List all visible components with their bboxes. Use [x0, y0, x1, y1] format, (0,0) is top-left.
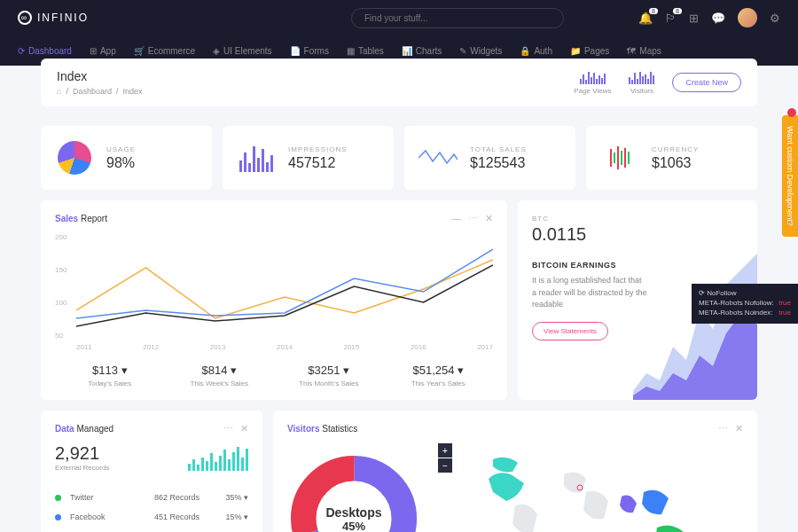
sparkline-pageviews: Page Views [574, 70, 611, 95]
avatar[interactable] [738, 8, 757, 27]
nav-widgets[interactable]: ✎Widgets [459, 46, 502, 56]
create-new-button[interactable]: Create New [672, 73, 741, 92]
nav-icon: 🛒 [134, 46, 145, 56]
breadcrumb-item[interactable]: Dashboard [73, 87, 112, 96]
nav-icon: ⟳ [18, 46, 25, 56]
page-header: Index ⌂ / Dashboard / Index Page Views V… [41, 59, 757, 106]
sales-summary-item: $113 ▾Today's Sales [55, 364, 165, 387]
btc-area-chart [633, 249, 757, 400]
sales-summary-item: $814 ▾This Week's Sales [165, 364, 275, 387]
zoom-out-button[interactable]: − [438, 458, 452, 473]
topbar-actions: 🔔8 🏳8 ⊞ 💬 ⚙ [638, 8, 780, 27]
close-icon[interactable]: ✕ [240, 423, 248, 434]
data-managed-card: Data Managed ⋯✕ 2,921 External Records T… [41, 411, 262, 532]
page-title: Index [57, 69, 143, 83]
sales-summary-item: $3251 ▾This Month's Sales [274, 364, 384, 387]
grid-icon[interactable]: ⊞ [689, 12, 699, 25]
donut-chart: Desktops45% [287, 452, 420, 532]
custom-dev-badge[interactable]: Want custom Development? [782, 115, 798, 237]
line-icon [419, 138, 458, 177]
stat-impressions: IMPRESSIONS457512 [223, 126, 394, 190]
visitors-card: Visitors Statistics ⋯✕ Desktops45% +− [273, 411, 757, 532]
debug-panel: ⟳ NoFollow META-Robots Nofollow:true MET… [692, 284, 798, 324]
nav-charts[interactable]: 📊Charts [402, 46, 442, 56]
mini-bars [188, 446, 248, 471]
pie-icon [58, 141, 91, 175]
search-input[interactable] [351, 8, 564, 28]
more-icon[interactable]: ⋯ [468, 213, 478, 224]
minimize-icon[interactable]: — [451, 213, 461, 224]
data-row: Mailchimp502 Records20% ▾ [55, 527, 248, 532]
sales-report-card: Sales Report —⋯✕ 20015010050 20112012201… [41, 200, 507, 400]
nav-forms[interactable]: 📄Forms [290, 46, 329, 56]
nav-pages[interactable]: 📁Pages [570, 46, 609, 56]
close-icon[interactable]: ✕ [485, 213, 493, 224]
sparkline-visitors: Visitors [629, 70, 654, 95]
stat-totalsales: TOTAL SALES$125543 [404, 126, 575, 190]
candle-icon [610, 144, 630, 172]
view-statements-button[interactable]: View Statements [532, 322, 608, 340]
search-container [351, 8, 564, 28]
nav-icon: 🔒 [520, 46, 530, 56]
nav-icon: 📄 [290, 46, 301, 56]
nav-ui-elements[interactable]: ◈UI Elements [213, 46, 271, 56]
nav-auth[interactable]: 🔒Auth [520, 46, 552, 56]
home-icon[interactable]: ⌂ [57, 87, 61, 96]
nav-icon: 🗺 [627, 46, 636, 56]
topbar: ∞ INFINIO 🔔8 🏳8 ⊞ 💬 ⚙ [0, 0, 798, 35]
chat-icon[interactable]: 💬 [711, 12, 725, 25]
stat-usage: USAGE98% [41, 126, 212, 190]
nav-maps[interactable]: 🗺Maps [627, 46, 661, 56]
breadcrumb: ⌂ / Dashboard / Index [57, 87, 143, 96]
flag-icon[interactable]: 🏳8 [665, 12, 677, 25]
nav-icon: 📁 [570, 46, 581, 56]
notification-icon[interactable]: 🔔8 [638, 12, 653, 25]
nav-app[interactable]: ⊞App [90, 46, 116, 56]
nav-ecommerce[interactable]: 🛒Ecommerce [134, 46, 195, 56]
brand-logo[interactable]: ∞ INFINIO [18, 11, 89, 25]
data-row: Twitter862 Records35% ▾ [55, 488, 248, 507]
bar-icon [239, 144, 273, 172]
logo-icon: ∞ [18, 11, 32, 25]
breadcrumb-item: Index [123, 87, 143, 96]
stat-currency: CURRENCY$1063 [586, 126, 757, 190]
nav-icon: ◈ [213, 46, 220, 56]
nav-icon: ▦ [347, 46, 355, 56]
sales-chart: 20015010050 [76, 233, 493, 340]
brand-name: INFINIO [37, 12, 89, 24]
stats-row: USAGE98% IMPRESSIONS457512 TOTAL SALES$1… [41, 126, 757, 190]
more-icon[interactable]: ⋯ [718, 423, 728, 434]
settings-icon[interactable]: ⚙ [770, 12, 780, 25]
nav-icon: ✎ [459, 46, 466, 56]
more-icon[interactable]: ⋯ [223, 423, 233, 434]
sales-summary-item: $51,254 ▾This Year's Sales [384, 364, 494, 387]
close-icon[interactable]: ✕ [735, 423, 743, 434]
world-map[interactable]: +− [438, 443, 743, 532]
data-row: Facebook451 Records15% ▾ [55, 507, 248, 527]
nav-icon: 📊 [402, 46, 412, 56]
nav-icon: ⊞ [90, 46, 97, 56]
zoom-in-button[interactable]: + [438, 443, 452, 458]
nav-dashboard[interactable]: ⟳Dashboard [18, 46, 72, 56]
card-title: Sales Report [55, 214, 107, 223]
nav-tables[interactable]: ▦Tables [347, 46, 384, 56]
